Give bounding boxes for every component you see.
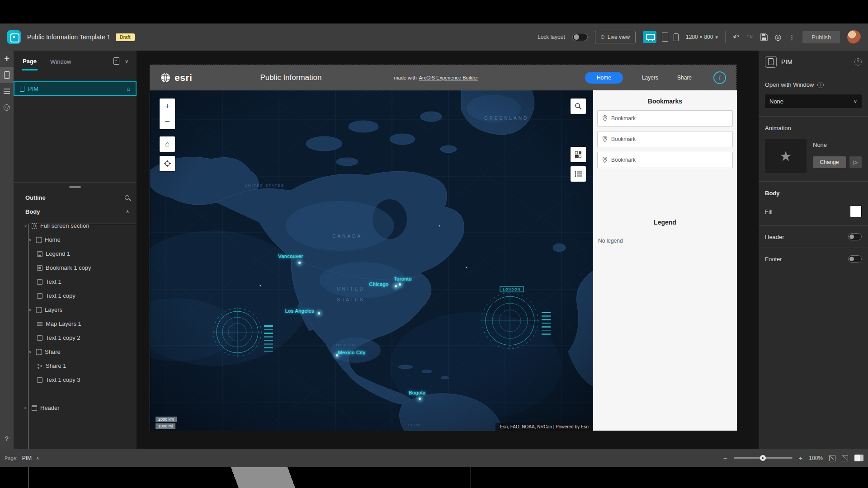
theme-button[interactable]: ◎: [775, 33, 782, 41]
zoom-slider-handle[interactable]: [760, 455, 766, 461]
settings-panel-title: PIM: [781, 58, 850, 66]
bookmark-item[interactable]: Bookmark: [597, 152, 733, 168]
save-icon[interactable]: [760, 33, 768, 41]
home-extent-button[interactable]: ⌂: [160, 136, 175, 152]
fit-to-window-button[interactable]: [829, 455, 835, 461]
layer-list-button[interactable]: [571, 166, 586, 182]
zoom-in-button[interactable]: +: [160, 99, 175, 114]
tab-page[interactable]: Page: [22, 52, 38, 70]
map-canvas[interactable]: GREENLAND CANADA UNITED STATES UNITED ST…: [150, 90, 593, 431]
map-city-dot: [395, 285, 397, 287]
map-region-label: UNITED STATES: [242, 180, 287, 191]
nav-layers-button[interactable]: Layers: [642, 75, 658, 81]
panel-drag-handle[interactable]: [69, 186, 81, 188]
outline-item-main-map[interactable]: Main Map: [14, 387, 137, 401]
bookmark-label: Bookmark: [611, 157, 636, 163]
fill-color-swatch[interactable]: [850, 206, 862, 217]
footer-toggle[interactable]: [848, 255, 862, 263]
esri-globe-icon: [160, 72, 171, 83]
undo-button[interactable]: ↶: [733, 33, 739, 41]
resolution-dropdown[interactable]: 1280 × 800 ▾: [686, 34, 718, 40]
draft-status-badge: Draft: [116, 33, 134, 41]
more-options-button[interactable]: ⋮: [788, 34, 795, 41]
zoom-out-button[interactable]: −: [160, 114, 175, 130]
live-view-button[interactable]: Live view: [595, 31, 636, 43]
user-avatar[interactable]: [847, 30, 861, 44]
divider: [725, 31, 726, 43]
open-with-window-select[interactable]: None ∨: [765, 94, 862, 108]
current-page-selector[interactable]: PIM: [22, 455, 32, 461]
map-region-label: PERU: [408, 423, 421, 427]
search-icon[interactable]: [125, 195, 129, 200]
search-button[interactable]: [571, 99, 586, 114]
toggle-right-panel-button[interactable]: [854, 455, 863, 461]
zoom-out-button[interactable]: −: [723, 454, 727, 462]
lock-layout-toggle[interactable]: [572, 33, 588, 41]
editor-stage: esri Public Information made with ArcGIS…: [137, 51, 759, 449]
experience-builder-link[interactable]: ArcGIS Experience Builder: [419, 75, 478, 80]
pin-icon: [602, 157, 608, 163]
outline-title: Outline: [25, 194, 125, 201]
info-icon[interactable]: i: [817, 82, 824, 88]
data-stack-icon: [4, 89, 10, 94]
settings-panel: PIM ? Open with Window i None ∨ Animatio…: [759, 51, 868, 449]
locate-button[interactable]: [160, 156, 175, 171]
animation-thumbnail[interactable]: ★: [765, 139, 807, 173]
page-indicator-label: Page:: [5, 455, 18, 461]
info-icon[interactable]: i: [713, 71, 726, 84]
outline-group-body[interactable]: Body: [25, 208, 126, 215]
map-city-label: Chicago: [369, 282, 388, 287]
play-animation-button[interactable]: ▷: [849, 156, 862, 168]
tablet-device-button[interactable]: [662, 33, 668, 42]
help-button[interactable]: ?: [5, 435, 9, 442]
chevron-down-icon: ∨: [854, 99, 857, 104]
page-item-pim[interactable]: PIM ⌂: [14, 81, 137, 96]
chevron-down-icon: ▾: [715, 34, 718, 40]
header-toggle-label: Header: [765, 234, 784, 240]
theme-panel-button[interactable]: [0, 99, 14, 116]
basemap-gallery-button[interactable]: [571, 147, 586, 162]
publish-button[interactable]: Publish: [802, 31, 840, 43]
nav-home-button[interactable]: Home: [585, 72, 623, 84]
live-view-dot-icon: [601, 35, 604, 39]
esri-brand: esri: [160, 72, 192, 83]
made-with-credit: made with ArcGIS Experience Builder: [394, 75, 478, 80]
chevron-down-icon[interactable]: ∨: [125, 58, 128, 64]
data-panel-button[interactable]: [0, 83, 14, 99]
phone-device-button[interactable]: [674, 33, 679, 41]
zoom-slider[interactable]: [734, 457, 793, 459]
zoom-in-button[interactable]: +: [799, 454, 803, 462]
nav-share-button[interactable]: Share: [677, 75, 692, 81]
scalebar-mi: 1000 mi: [156, 423, 175, 429]
fit-to-screen-button[interactable]: [842, 455, 848, 461]
page-icon: [4, 71, 10, 79]
locate-icon: [164, 160, 171, 167]
change-animation-button[interactable]: Change: [813, 156, 846, 168]
made-with-prefix: made with: [394, 75, 416, 80]
new-page-icon[interactable]: [113, 57, 119, 65]
redo-button[interactable]: ↷: [746, 33, 753, 41]
app-canvas[interactable]: esri Public Information made with ArcGIS…: [150, 65, 736, 431]
map-city-label: Vancouver: [278, 253, 303, 259]
bookmark-item[interactable]: Bookmark: [597, 110, 733, 127]
desktop-device-button[interactable]: [643, 31, 656, 43]
pages-panel-button[interactable]: [0, 67, 14, 83]
tab-window[interactable]: Window: [49, 52, 72, 70]
map-city-label: Los Angeles: [285, 308, 314, 314]
chevron-up-icon[interactable]: ∧: [36, 456, 39, 460]
bookmark-item[interactable]: Bookmark: [597, 131, 733, 147]
map-city-label: Mexico City: [338, 350, 365, 355]
footer-toggle-label: Footer: [765, 256, 782, 263]
map-zoom-control: + −: [160, 99, 175, 129]
lock-layout-label: Lock layout: [538, 34, 565, 40]
header-toggle[interactable]: [848, 233, 862, 240]
resolution-value: 1280 × 800: [686, 34, 713, 40]
basemap-graphics: [150, 90, 593, 431]
palette-icon: [4, 104, 10, 111]
chevron-up-icon[interactable]: ∧: [126, 209, 129, 215]
help-icon[interactable]: ?: [854, 58, 862, 66]
fill-label: Fill: [765, 208, 773, 215]
star-icon: ★: [780, 148, 792, 164]
add-widget-button[interactable]: +: [0, 51, 14, 67]
map-city-label: Toronto: [394, 276, 412, 282]
